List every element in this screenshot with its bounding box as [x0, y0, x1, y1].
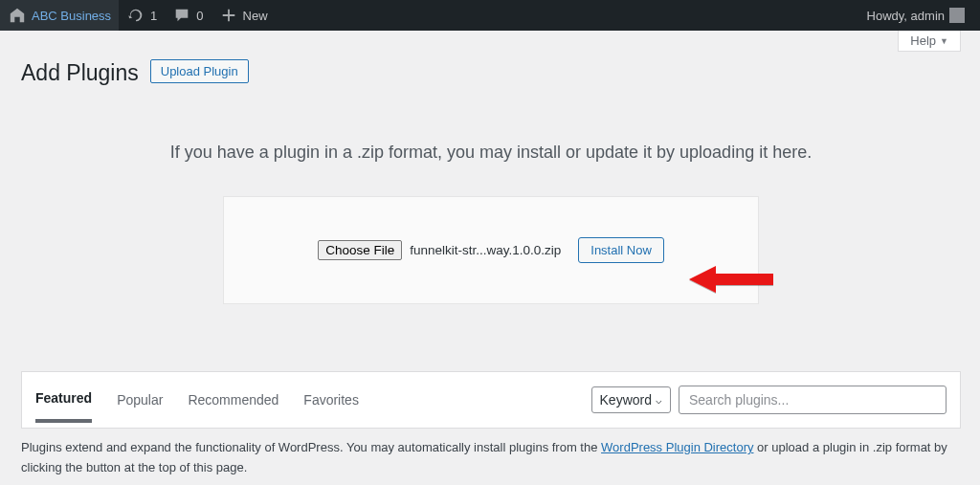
new-label: New — [243, 9, 268, 23]
updates-menu[interactable]: 1 — [119, 0, 165, 31]
howdy-label: Howdy, admin — [867, 9, 945, 23]
home-icon — [8, 6, 27, 25]
upload-plugin-button[interactable]: Upload Plugin — [150, 59, 249, 83]
filter-tabs: Featured Popular Recommended Favorites — [35, 390, 359, 423]
plus-icon — [219, 6, 238, 25]
annotation-arrow — [689, 258, 775, 305]
chevron-down-icon: ⌵ — [656, 394, 662, 407]
account-menu[interactable]: Howdy, admin — [859, 0, 972, 31]
admin-bar: ABC Business 1 0 New Howdy, admin — [0, 0, 980, 31]
plugin-directory-link[interactable]: WordPress Plugin Directory — [601, 440, 753, 454]
tab-recommended[interactable]: Recommended — [188, 392, 278, 421]
upload-intro-text: If you have a plugin in a .zip format, y… — [21, 143, 961, 163]
comment-icon — [172, 6, 191, 25]
upload-box: Choose File funnelkit-str...way.1.0.0.zi… — [223, 196, 759, 304]
updates-count: 1 — [150, 9, 157, 23]
tab-favorites[interactable]: Favorites — [303, 392, 359, 421]
tab-popular[interactable]: Popular — [117, 392, 163, 421]
refresh-icon — [126, 6, 145, 25]
help-tab[interactable]: Help ▼ — [898, 31, 961, 52]
filter-search: Keyword ⌵ — [591, 386, 947, 428]
keyword-select-label: Keyword — [600, 392, 652, 408]
page-wrap: Help ▼ Add Plugins Upload Plugin If you … — [0, 31, 980, 478]
admin-bar-right: Howdy, admin — [859, 0, 972, 31]
admin-bar-left: ABC Business 1 0 New — [0, 0, 276, 31]
svg-marker-0 — [689, 266, 773, 293]
selected-filename: funnelkit-str...way.1.0.0.zip — [410, 243, 561, 257]
page-title: Add Plugins — [21, 52, 139, 90]
choose-file-button[interactable]: Choose File — [318, 240, 402, 260]
new-content-menu[interactable]: New — [212, 0, 276, 31]
comments-count: 0 — [196, 9, 203, 23]
chevron-down-icon: ▼ — [940, 36, 948, 46]
description-text: Plugins extend and expand the functional… — [21, 438, 961, 478]
page-title-row: Add Plugins Upload Plugin — [21, 52, 961, 90]
tab-featured[interactable]: Featured — [35, 390, 92, 423]
search-type-select[interactable]: Keyword ⌵ — [591, 386, 671, 413]
comments-menu[interactable]: 0 — [165, 0, 211, 31]
site-name-label: ABC Business — [32, 9, 111, 23]
search-input[interactable] — [679, 386, 947, 414]
site-name-menu[interactable]: ABC Business — [0, 0, 119, 31]
filter-bar: Featured Popular Recommended Favorites K… — [21, 371, 961, 429]
install-now-button[interactable]: Install Now — [578, 237, 664, 263]
desc-pre: Plugins extend and expand the functional… — [21, 440, 601, 454]
avatar — [949, 8, 965, 23]
help-label: Help — [910, 33, 936, 48]
